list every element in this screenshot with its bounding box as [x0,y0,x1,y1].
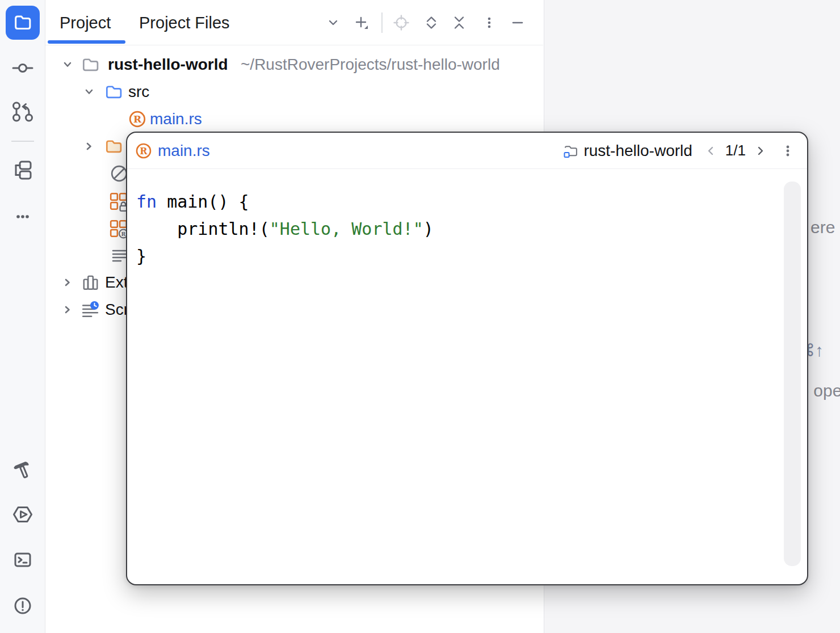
folder-excluded-icon [104,137,123,155]
module-icon [563,143,579,159]
terminal-icon[interactable] [11,548,34,571]
hide-panel-icon[interactable] [509,14,527,32]
add-icon[interactable] [352,14,371,32]
folder-icon [12,12,33,33]
editor-hint-fragment: ere D [810,218,840,237]
chevron-right-icon[interactable] [754,145,766,157]
tab-project[interactable]: Project [60,14,111,32]
active-tab-underline [48,40,125,44]
kebab-menu-icon[interactable] [480,14,498,32]
tree-item-root[interactable]: rust-hello-world ~/RustRoverProjects/rus… [0,51,544,78]
root-path: ~/RustRoverProjects/rust-hello-world [241,51,500,78]
popup-file-name[interactable]: main.rs [158,142,210,160]
locate-icon [392,14,410,32]
problems-icon[interactable] [11,594,34,617]
tab-project-files[interactable]: Project Files [139,14,230,32]
tool-window-stripe [0,0,45,633]
library-icon [81,273,99,292]
commit-icon[interactable] [11,57,34,79]
code-keyword: fn [136,192,157,212]
project-tool-window-button[interactable] [6,6,40,40]
main-rs-name: main.rs [150,106,202,133]
svg-text:R: R [121,231,125,237]
build-icon[interactable] [11,458,34,481]
chevron-down-icon[interactable] [324,14,342,32]
run-icon[interactable] [11,503,34,526]
pull-requests-icon[interactable] [11,100,34,123]
folder-icon [81,56,99,74]
code-text: main() { [157,192,249,212]
text-file-icon [111,246,128,263]
chevron-expanded-icon[interactable] [83,86,95,98]
src-name: src [128,78,149,106]
code-preview[interactable]: fn main() { println!("Hello, World!")} [127,169,434,270]
rust-file-icon: R [128,110,146,128]
more-tool-windows-icon[interactable] [11,205,34,228]
chevron-collapsed-icon[interactable] [83,140,95,153]
code-text: println!( [136,219,270,239]
kebab-menu-icon[interactable] [780,143,796,159]
root-name: rust-hello-world [108,51,228,78]
scrollbar-track[interactable] [784,182,801,566]
code-text: ) [423,219,434,239]
popup-module-name: rust-hello-world [583,142,692,160]
rust-file-icon: R [135,142,152,159]
expand-all-icon[interactable] [422,14,440,32]
tree-item-main-rs[interactable]: R main.rs [0,106,544,133]
chevron-expanded-icon[interactable] [61,58,74,71]
code-string: "Hello, World!" [270,219,423,239]
chevron-collapsed-icon[interactable] [61,303,74,316]
toolbar-divider [381,12,383,33]
popup-nav-position: 1/1 [725,142,746,159]
svg-text:R: R [140,146,148,157]
popup-header: R main.rs rust-hello-world 1/1 [127,133,807,169]
chevron-left-icon[interactable] [705,145,717,157]
stripe-divider [11,141,34,142]
scratches-icon [81,301,99,319]
structure-icon[interactable] [11,159,34,182]
file-preview-popup: R main.rs rust-hello-world 1/1 fn main()… [126,132,808,585]
svg-text:R: R [133,113,142,125]
code-text: } [136,246,146,266]
project-panel-header: Project Project Files [45,0,543,45]
folder-src-icon [104,83,123,101]
collapse-all-icon[interactable] [450,14,468,32]
chevron-collapsed-icon[interactable] [61,276,74,289]
tree-item-src[interactable]: src [0,78,544,106]
